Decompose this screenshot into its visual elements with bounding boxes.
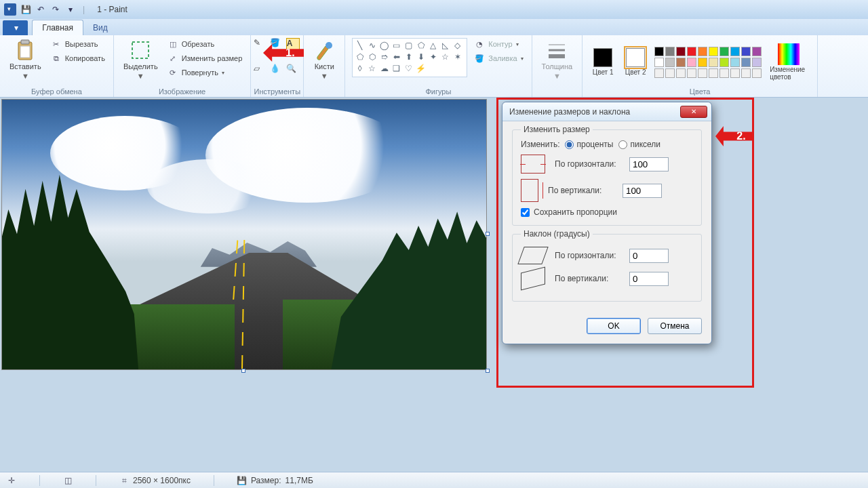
horizontal-label: По горизонтали:	[555, 159, 620, 169]
resize-handle[interactable]	[486, 232, 490, 236]
shape-roundrect-icon[interactable]: ▢	[403, 41, 414, 50]
palette-swatch[interactable]	[687, 47, 696, 56]
palette-swatch[interactable]	[698, 58, 707, 67]
palette-swatch[interactable]	[719, 47, 729, 56]
horizontal-input[interactable]	[629, 157, 669, 171]
close-button[interactable]: ✕	[680, 106, 707, 118]
eraser-icon[interactable]: ▱	[254, 64, 267, 77]
palette-swatch[interactable]	[676, 47, 686, 56]
palette-swatch[interactable]	[709, 47, 718, 56]
shape-callout4-icon[interactable]: ❑	[391, 64, 401, 73]
shape-6star-icon[interactable]: ✶	[452, 52, 462, 62]
rainbow-icon	[778, 43, 800, 65]
brushes-button[interactable]: Кисти ▼	[311, 38, 338, 81]
palette-swatch[interactable]	[730, 58, 740, 67]
file-menu-button[interactable]: ▾	[3, 20, 28, 35]
shape-callout3-icon[interactable]: ☁	[379, 64, 389, 73]
color1-slot[interactable]: Цвет 1	[589, 48, 616, 76]
skew-vertical-input[interactable]	[629, 272, 669, 286]
resize-button[interactable]: ⤢Изменить размер	[166, 52, 244, 64]
vertical-input[interactable]	[623, 184, 662, 198]
tab-home[interactable]: Главная	[32, 20, 83, 35]
shape-arrowu-icon[interactable]: ⬆	[403, 52, 414, 62]
picker-icon[interactable]: 💧	[270, 64, 283, 77]
fill-select-button[interactable]: 🪣Заливка ▾	[473, 52, 524, 64]
shape-pentagon-icon[interactable]: ⬠	[355, 52, 365, 62]
shape-lightning-icon[interactable]: ⚡	[416, 64, 426, 73]
color-palette[interactable]	[654, 47, 762, 78]
cancel-button[interactable]: Отмена	[648, 318, 702, 334]
palette-swatch[interactable]	[654, 58, 664, 67]
select-button[interactable]: Выделить ▼	[121, 38, 161, 81]
palette-swatch[interactable]	[730, 68, 740, 78]
shape-curve-icon[interactable]: ∿	[367, 41, 377, 50]
shape-oval-icon[interactable]: ◯	[379, 41, 389, 50]
shapes-gallery[interactable]: ╲∿◯▭▢⬠△◺◇ ⬠⬡➱⬅⬆⬇✦☆✶ ◊☆☁❑♡⚡	[352, 38, 467, 77]
qat-dropdown-icon[interactable]: ▾	[65, 4, 76, 15]
palette-swatch[interactable]	[698, 68, 707, 78]
shape-rect-icon[interactable]: ▭	[391, 41, 401, 50]
palette-swatch[interactable]	[719, 68, 729, 78]
rotate-button[interactable]: ⟳Повернуть ▾	[166, 66, 244, 79]
palette-swatch[interactable]	[676, 58, 686, 67]
palette-swatch[interactable]	[709, 58, 718, 67]
palette-swatch[interactable]	[676, 68, 686, 78]
palette-swatch[interactable]	[719, 58, 729, 67]
shape-4star-icon[interactable]: ✦	[428, 52, 438, 62]
resize-handle[interactable]	[241, 369, 245, 373]
shape-arrowr-icon[interactable]: ➱	[379, 52, 389, 62]
cut-button[interactable]: ✂Вырезать	[50, 38, 106, 50]
palette-swatch[interactable]	[698, 47, 707, 56]
resize-handle[interactable]	[486, 369, 490, 373]
radio-percent[interactable]: проценты	[565, 140, 613, 149]
palette-swatch[interactable]	[665, 47, 675, 56]
shape-arrowd-icon[interactable]: ⬇	[416, 52, 426, 62]
save-icon[interactable]: 💾	[20, 4, 31, 15]
redo-icon[interactable]: ↷	[50, 4, 61, 15]
workspace[interactable]: Изменение размеров и наклона ✕ Изменить …	[0, 98, 868, 472]
shape-diamond-icon[interactable]: ◇	[452, 41, 462, 50]
shape-line-icon[interactable]: ╲	[355, 41, 365, 50]
ok-button[interactable]: OK	[587, 318, 641, 334]
palette-swatch[interactable]	[654, 47, 664, 56]
thickness-button[interactable]: Толщина ▼	[539, 38, 576, 81]
shape-polygon-icon[interactable]: ⬠	[416, 41, 426, 50]
canvas-image[interactable]	[1, 99, 487, 370]
palette-swatch[interactable]	[741, 47, 751, 56]
color2-slot[interactable]: Цвет 2	[622, 48, 649, 76]
maintain-aspect-checkbox[interactable]: Сохранить пропорции	[521, 207, 693, 217]
shape-callout2-icon[interactable]: ☆	[367, 64, 377, 73]
paste-button[interactable]: Вставить ▼	[7, 38, 44, 81]
edit-colors-button[interactable]: Изменение цветов	[767, 42, 810, 82]
palette-swatch[interactable]	[687, 68, 696, 78]
palette-swatch[interactable]	[741, 58, 751, 67]
palette-swatch[interactable]	[741, 68, 751, 78]
undo-icon[interactable]: ↶	[35, 4, 46, 15]
skew-horizontal-input[interactable]	[629, 249, 669, 263]
crop-button[interactable]: ◫Обрезать	[166, 38, 244, 50]
palette-swatch[interactable]	[752, 68, 762, 78]
tab-view[interactable]: Вид	[83, 20, 117, 35]
palette-swatch[interactable]	[730, 47, 740, 56]
dialog-titlebar[interactable]: Изменение размеров и наклона ✕	[502, 102, 711, 121]
outline-button[interactable]: ◔Контур ▾	[473, 38, 524, 50]
palette-swatch[interactable]	[654, 68, 664, 78]
shape-hexagon-icon[interactable]: ⬡	[367, 52, 377, 62]
palette-swatch[interactable]	[752, 47, 762, 56]
magnifier-icon[interactable]: 🔍	[286, 64, 300, 77]
pencil-icon[interactable]: ✎	[254, 38, 267, 52]
shape-callout1-icon[interactable]: ◊	[355, 64, 365, 73]
shape-heart-icon[interactable]: ♡	[403, 64, 414, 73]
palette-swatch[interactable]	[665, 68, 675, 78]
radio-pixels[interactable]: пиксели	[618, 140, 660, 149]
palette-swatch[interactable]	[752, 58, 762, 67]
shape-triangle-icon[interactable]: △	[428, 41, 438, 50]
shape-rtriangle-icon[interactable]: ◺	[440, 41, 450, 50]
palette-swatch[interactable]	[665, 58, 675, 67]
palette-swatch[interactable]	[709, 68, 718, 78]
copy-button[interactable]: ⧉Копировать	[50, 52, 106, 64]
palette-swatch[interactable]	[687, 58, 696, 67]
shape-5star-icon[interactable]: ☆	[440, 52, 450, 62]
system-menu-icon[interactable]	[4, 3, 16, 16]
shape-arrowl-icon[interactable]: ⬅	[391, 52, 401, 62]
